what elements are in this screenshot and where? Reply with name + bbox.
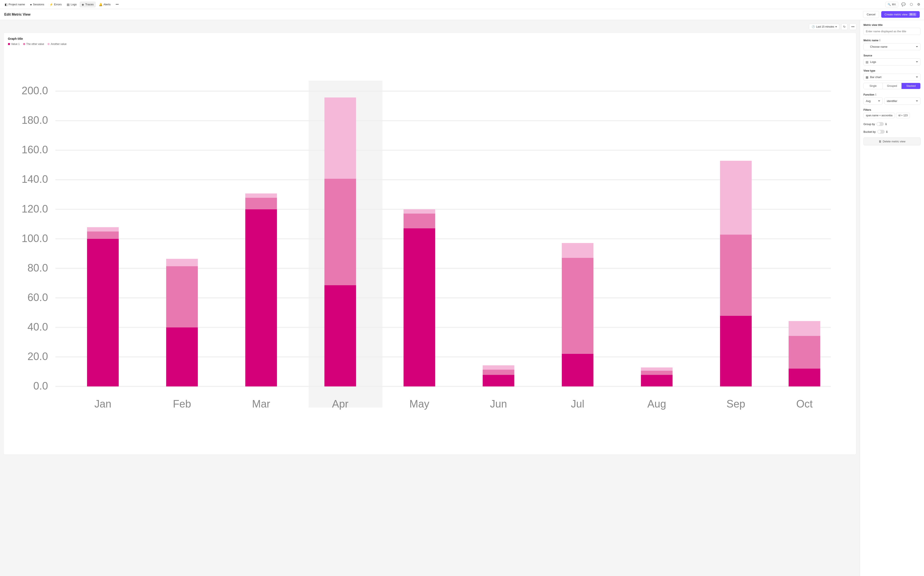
y-label-160: 160.0 [22,144,48,155]
legend-item-other: The other value [23,43,44,46]
metric-name-info-icon[interactable]: ℹ [879,39,880,42]
traces-icon: ◈ [82,3,84,6]
metric-view-title-label: Metric view title [863,24,921,27]
svg-rect-28 [789,369,820,387]
delete-label: Delete metric view [883,140,905,143]
svg-rect-27 [720,161,752,235]
source-select[interactable]: Logs Errors Traces [863,58,921,66]
metric-name-select[interactable]: Choose name [863,43,921,50]
traces-label: Traces [85,3,93,6]
svg-rect-13 [404,228,435,387]
top-nav: ◧ Project name ● Sessions ⚡ Errors ▤ Log… [0,0,924,9]
page-title: Edit Metric View [4,13,30,16]
main-layout: 🕐 Last 15 minutes ▾ ↻ ••• Graph title Va… [0,20,924,576]
project-name: Project name [8,3,25,6]
function-select[interactable]: Avg Sum Count Min Max [863,98,883,104]
filters-label: Filters [863,109,921,111]
stacked-mode-button[interactable]: Stacked [902,83,920,89]
grouped-mode-button[interactable]: Grouped [883,83,902,89]
delete-button[interactable]: 🗑 Delete metric view [863,138,921,146]
sessions-label: Sessions [33,3,44,6]
chart-toolbar: 🕐 Last 15 minutes ▾ ↻ ••• [3,24,857,30]
x-label-feb: Feb [173,398,191,410]
bucket-by-toggle-row: Bucket by ℹ [863,130,921,134]
svg-rect-25 [720,316,752,386]
nav-traces[interactable]: ◈ Traces [80,2,96,8]
y-label-0: 0.0 [34,380,48,392]
function-info-icon[interactable]: ℹ [875,93,876,96]
bar-may: May [404,209,435,410]
header-actions: Cancel Create metric view ⌘+S [863,11,920,18]
alerts-icon: 🔔 [99,3,102,6]
delete-section: 🗑 Delete metric view [863,138,921,146]
metric-view-title-input[interactable] [863,28,921,35]
nav-sessions[interactable]: ● Sessions [28,2,46,8]
filter-tags: span.name = ascvonba id = 123 [863,113,921,118]
create-metric-view-button[interactable]: Create metric view ⌘+S [881,11,920,18]
bar-jul: Jul [562,243,594,410]
y-label-60: 60.0 [27,291,48,303]
svg-rect-21 [562,243,594,258]
y-label-200: 200.0 [22,85,48,96]
group-by-info-icon[interactable]: ℹ [886,123,887,126]
y-label-40: 40.0 [27,321,48,333]
legend-dot-other [23,43,25,45]
alerts-label: Alerts [104,3,110,6]
delete-icon: 🗑 [879,140,881,143]
nav-more[interactable]: ••• [114,2,121,7]
nav-logs[interactable]: ▤ Logs [65,2,79,8]
create-label: Create metric view [885,13,908,16]
chevron-down-icon: ▾ [836,25,837,28]
source-label: Source [863,54,921,57]
y-label-100: 100.0 [22,232,48,244]
nav-errors[interactable]: ⚡ Errors [47,2,64,8]
settings-icon[interactable]: ⚙ [916,1,921,8]
bucket-by-info-icon[interactable]: ℹ [886,130,887,133]
svg-rect-16 [483,375,514,386]
chart-title: Graph title [8,37,852,40]
x-label-jan: Jan [94,398,111,410]
legend-item-value1: Value 1 [8,43,20,46]
x-label-jun: Jun [490,398,507,410]
svg-rect-6 [245,209,277,387]
nav-alerts[interactable]: 🔔 Alerts [97,2,113,8]
bucket-by-toggle[interactable] [878,130,885,134]
filter-tag-1[interactable]: id = 123 [896,113,910,118]
svg-rect-11 [325,179,356,285]
svg-rect-8 [245,194,277,198]
search-button[interactable]: 🔍 ⌘K [885,2,898,7]
bar-aug: Aug [641,368,673,410]
metric-name-section: Metric name ℹ Choose name [863,39,921,50]
y-label-80: 80.0 [27,262,48,274]
filters-section: Filters span.name = ascvonba id = 123 [863,109,921,118]
legend-dot-another [48,43,50,45]
function-section: Function ℹ Avg Sum Count Min Max identif… [863,93,921,104]
refresh-button[interactable]: ↻ [841,24,848,30]
svg-rect-14 [404,213,435,228]
identifier-select[interactable]: identifier span.name id [884,98,921,104]
svg-rect-0 [87,239,119,387]
more-options-button[interactable]: ••• [849,24,857,30]
single-mode-button[interactable]: Single [864,83,883,89]
github-icon[interactable]: ⬡ [909,1,914,8]
view-type-select-wrapper: ▦ Bar chart Line chart Area chart [863,74,921,81]
view-type-select[interactable]: Bar chart Line chart Area chart [863,74,921,81]
filter-tag-0[interactable]: span.name = ascvonba [863,113,895,118]
sessions-icon: ● [30,3,32,6]
logs-label: Logs [70,3,77,6]
svg-rect-10 [325,285,356,387]
group-by-toggle[interactable] [876,122,884,126]
time-selector[interactable]: 🕐 Last 15 minutes ▾ [809,24,840,30]
discord-icon[interactable]: 💬 [900,1,907,8]
svg-rect-17 [483,370,514,375]
x-label-sep: Sep [727,398,745,410]
nav-project[interactable]: ◧ Project name [3,2,27,8]
search-shortcut: ⌘K [892,3,896,6]
logs-icon: ▤ [67,3,69,6]
nav-right: 🔍 ⌘K 💬 ⬡ ⚙ [885,1,921,8]
cancel-button[interactable]: Cancel [863,11,879,18]
page-header: Edit Metric View Cancel Create metric vi… [0,9,924,20]
source-section: Source ▤ Logs Errors Traces [863,54,921,66]
metric-name-select-wrapper: Choose name [863,43,921,50]
project-icon: ◧ [5,3,8,6]
